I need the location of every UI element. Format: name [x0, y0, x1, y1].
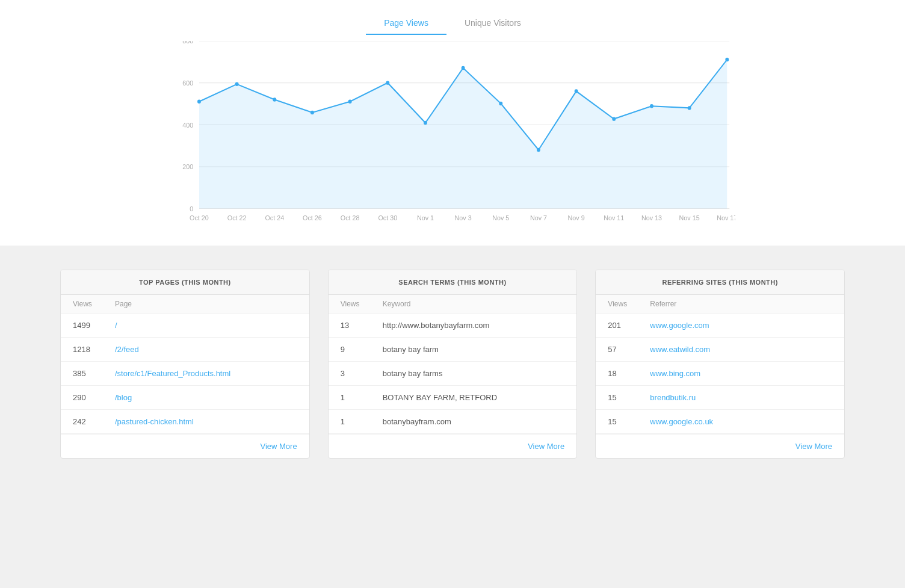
- referring-sites-col-headers: Views Referrer: [596, 295, 844, 314]
- row-keyword: BOTANY BAY FARM, RETFORD: [383, 393, 565, 402]
- table-row: 242 /pastured-chicken.html: [61, 410, 309, 434]
- table-row: 9 botany bay farm: [329, 338, 577, 362]
- svg-text:0: 0: [190, 205, 193, 212]
- table-row: 57 www.eatwild.com: [596, 338, 844, 362]
- top-pages-title: TOP PAGES (THIS MONTH): [61, 270, 309, 295]
- referring-sites-col-views: Views: [608, 300, 650, 308]
- table-row: 3 botany bay farms: [329, 362, 577, 386]
- svg-text:Oct 26: Oct 26: [303, 214, 322, 221]
- svg-text:Nov 5: Nov 5: [492, 214, 509, 221]
- row-keyword: botany bay farm: [383, 345, 565, 354]
- referring-sites-view-more[interactable]: View More: [596, 434, 844, 458]
- row-views: 18: [608, 369, 650, 378]
- search-terms-col-headers: Views Keyword: [329, 295, 577, 314]
- search-terms-title: SEARCH TERMS (THIS MONTH): [329, 270, 577, 295]
- tabs: Page Views Unique Visitors: [0, 12, 905, 35]
- row-views: 15: [608, 393, 650, 402]
- chart-area: [199, 60, 727, 209]
- chart-dot: [310, 111, 314, 114]
- svg-text:Nov 11: Nov 11: [604, 214, 624, 221]
- row-views: 1: [341, 393, 383, 402]
- row-page[interactable]: /: [115, 321, 297, 330]
- chart-dot: [499, 102, 502, 105]
- referring-sites-col-referrer: Referrer: [650, 300, 832, 308]
- svg-text:Oct 28: Oct 28: [341, 214, 360, 221]
- chart-wrap: 0 200 400 600 800 Oct 20 Oct 22 Oct 24 O…: [170, 41, 735, 221]
- top-pages-view-more[interactable]: View More: [61, 434, 309, 458]
- table-row: 15 brendbutik.ru: [596, 386, 844, 410]
- row-views: 15: [608, 417, 650, 426]
- table-row: 18 www.bing.com: [596, 362, 844, 386]
- table-row: 290 /blog: [61, 386, 309, 410]
- table-row: 1499 /: [61, 314, 309, 338]
- referring-sites-title: REFERRING SITES (THIS MONTH): [596, 270, 844, 295]
- svg-text:Nov 1: Nov 1: [417, 214, 434, 221]
- table-row: 15 www.google.co.uk: [596, 410, 844, 434]
- chart-dot: [725, 58, 729, 61]
- svg-text:Nov 7: Nov 7: [530, 214, 547, 221]
- search-terms-card: SEARCH TERMS (THIS MONTH) Views Keyword …: [328, 270, 578, 459]
- chart-dot: [537, 148, 540, 152]
- table-row: 201 www.google.com: [596, 314, 844, 338]
- row-referrer[interactable]: brendbutik.ru: [650, 393, 832, 402]
- row-referrer[interactable]: www.bing.com: [650, 369, 832, 378]
- svg-text:Oct 22: Oct 22: [227, 214, 247, 221]
- row-page[interactable]: /2/feed: [115, 345, 297, 354]
- chart-dot: [348, 100, 352, 104]
- chart-container: 0 200 400 600 800 Oct 20 Oct 22 Oct 24 O…: [122, 41, 783, 221]
- row-referrer[interactable]: www.eatwild.com: [650, 345, 832, 354]
- svg-text:Oct 20: Oct 20: [190, 214, 209, 221]
- table-row: 385 /store/c1/Featured_Products.html: [61, 362, 309, 386]
- svg-text:Nov 15: Nov 15: [679, 214, 700, 221]
- svg-text:Oct 24: Oct 24: [265, 214, 284, 221]
- chart-dot: [386, 81, 389, 84]
- chart-dot: [197, 100, 201, 104]
- row-views: 1: [341, 417, 383, 426]
- tab-unique-visitors[interactable]: Unique Visitors: [446, 12, 539, 35]
- row-keyword: http://www.botanybayfarm.com: [383, 321, 565, 330]
- row-referrer[interactable]: www.google.co.uk: [650, 417, 832, 426]
- row-views: 290: [73, 393, 115, 402]
- chart-dot: [575, 89, 578, 93]
- chart-dot: [273, 97, 276, 101]
- top-section: Page Views Unique Visitors 0 200 400 600…: [0, 0, 905, 246]
- top-pages-col-headers: Views Page: [61, 295, 309, 314]
- svg-text:Oct 30: Oct 30: [378, 214, 397, 221]
- chart-dot: [650, 104, 653, 108]
- chart-dot: [424, 121, 427, 125]
- row-referrer[interactable]: www.google.com: [650, 321, 832, 330]
- svg-text:Nov 3: Nov 3: [455, 214, 472, 221]
- top-pages-col-page: Page: [115, 300, 297, 308]
- row-views: 57: [608, 345, 650, 354]
- chart-dot: [462, 66, 465, 70]
- row-views: 13: [341, 321, 383, 330]
- row-views: 242: [73, 417, 115, 426]
- chart-svg: 0 200 400 600 800 Oct 20 Oct 22 Oct 24 O…: [170, 41, 735, 221]
- row-keyword: botanybayfram.com: [383, 417, 565, 426]
- chart-dot: [612, 117, 616, 120]
- chart-dot: [688, 106, 691, 110]
- search-terms-col-keyword: Keyword: [383, 300, 565, 308]
- table-row: 13 http://www.botanybayfarm.com: [329, 314, 577, 338]
- search-terms-col-views: Views: [341, 300, 383, 308]
- svg-text:200: 200: [182, 163, 193, 171]
- svg-text:Nov 13: Nov 13: [641, 214, 662, 221]
- svg-text:800: 800: [182, 41, 193, 45]
- cards-row: TOP PAGES (THIS MONTH) Views Page 1499 /…: [60, 270, 845, 459]
- referring-sites-card: REFERRING SITES (THIS MONTH) Views Refer…: [595, 270, 845, 459]
- tab-page-views[interactable]: Page Views: [366, 12, 446, 35]
- svg-text:400: 400: [182, 121, 193, 129]
- top-pages-card: TOP PAGES (THIS MONTH) Views Page 1499 /…: [60, 270, 310, 459]
- table-row: 1 BOTANY BAY FARM, RETFORD: [329, 386, 577, 410]
- row-page[interactable]: /store/c1/Featured_Products.html: [115, 369, 297, 378]
- row-page[interactable]: /pastured-chicken.html: [115, 417, 297, 426]
- svg-text:Nov 9: Nov 9: [568, 214, 585, 221]
- svg-text:600: 600: [182, 79, 193, 87]
- row-views: 9: [341, 345, 383, 354]
- bottom-section: TOP PAGES (THIS MONTH) Views Page 1499 /…: [0, 246, 905, 483]
- row-page[interactable]: /blog: [115, 393, 297, 402]
- search-terms-view-more[interactable]: View More: [329, 434, 577, 458]
- row-keyword: botany bay farms: [383, 369, 565, 378]
- top-pages-col-views: Views: [73, 300, 115, 308]
- row-views: 201: [608, 321, 650, 330]
